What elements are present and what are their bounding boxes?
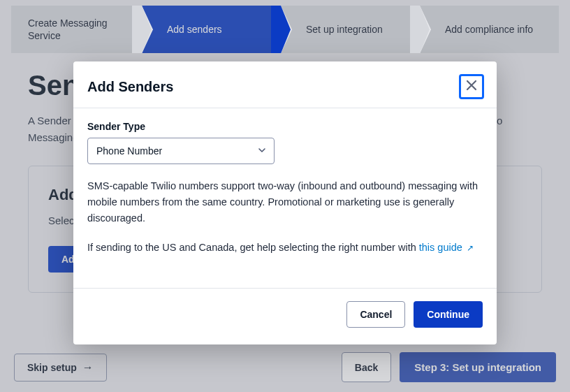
continue-button[interactable]: Continue [414, 301, 483, 328]
modal-body: Sender Type Phone Number SMS-capable Twi… [73, 108, 497, 288]
modal-title: Add Senders [87, 79, 173, 95]
sender-type-value: Phone Number [87, 138, 275, 164]
help-paragraph-1: SMS-capable Twilio numbers support two-w… [87, 178, 483, 227]
cancel-button[interactable]: Cancel [346, 301, 405, 328]
sender-type-select[interactable]: Phone Number [87, 138, 275, 164]
close-icon [465, 79, 478, 94]
help-2-pre: If sending to the US and Canada, get hel… [87, 242, 419, 253]
sender-type-label: Sender Type [87, 121, 483, 132]
help-paragraph-2: If sending to the US and Canada, get hel… [87, 240, 483, 256]
modal-backdrop[interactable]: Add Senders Sender Type Phone Number SMS… [0, 0, 570, 392]
modal-header: Add Senders [73, 61, 497, 108]
guide-link[interactable]: this guide ↗ [419, 242, 474, 253]
add-senders-modal: Add Senders Sender Type Phone Number SMS… [73, 61, 497, 344]
external-link-icon: ↗ [467, 243, 474, 253]
close-button[interactable] [460, 75, 483, 98]
modal-footer: Cancel Continue [73, 288, 497, 344]
help-text: SMS-capable Twilio numbers support two-w… [87, 178, 483, 256]
